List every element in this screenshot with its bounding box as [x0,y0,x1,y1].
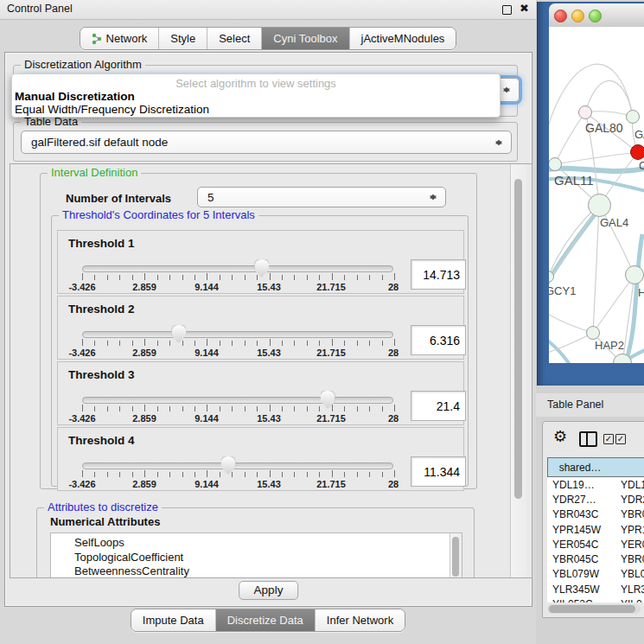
tab-select[interactable]: Select [207,28,261,49]
table-row[interactable]: YBL079WYBL0 [547,567,644,582]
tab-style[interactable]: Style [158,28,207,49]
table-row[interactable]: YBR043CYBR0 [547,507,644,522]
table-row[interactable]: YIL052CYIL0 [547,596,644,603]
cell[interactable]: YBR043C [547,508,613,520]
tab-label: jActiveMNodules [361,28,445,49]
tab-label: Discretize Data [227,609,303,631]
threshold-value-field[interactable]: 21.4 [411,391,466,421]
spinner-arrows-icon [429,191,437,204]
network-node-highlighted[interactable] [630,144,644,160]
cell[interactable]: YDR2 [613,494,644,506]
cell[interactable]: YBR0 [613,508,644,520]
tab-label: Network [106,28,148,49]
network-view-window: GAL80 GA GAL11 GAL4 GCY1 H HAP2 C [537,2,644,386]
node-label: C [639,159,644,172]
table-data-combobox[interactable]: galFiltered.sif default node [21,131,512,154]
network-node[interactable] [586,326,600,340]
zoom-traffic-light[interactable] [589,10,602,22]
slider-track[interactable] [82,331,393,338]
top-tab-bar: Network Style Select Cyni Toolbox jActiv… [0,27,536,50]
list-item[interactable]: TopologicalCoefficient [51,551,462,565]
cell[interactable]: YLR3 [613,583,644,596]
node-label: GAL4 [600,216,628,229]
threshold-slider[interactable]: -3.426 2.859 9.144 15.43 21.715 28 [82,331,393,338]
cell[interactable]: YPR145W [547,524,613,536]
cell[interactable]: YER054C [547,539,613,551]
scale-label: 21.715 [316,479,346,489]
network-node[interactable] [626,110,640,124]
tab-network[interactable]: Network [80,28,159,49]
network-node[interactable] [588,194,611,217]
table-row[interactable]: YDL19…YDL1 [547,477,644,492]
cell[interactable]: YDL19… [547,479,613,491]
threshold-label: Threshold 4 [68,434,135,447]
threshold-slider[interactable]: -3.426 2.859 9.144 15.43 21.715 28 [82,397,393,404]
table-row[interactable]: YPR145WYPR1 [547,522,644,537]
threshold-card: Threshold 1 -3.426 2.859 9.144 15.43 21.… [57,230,464,294]
cell[interactable]: YBL0 [613,568,644,580]
network-node[interactable] [625,265,644,284]
scale-label: 2.859 [132,348,156,358]
cell[interactable]: YBR045C [547,553,613,565]
checkbox-icon[interactable]: ✓ [615,434,626,444]
column-header-name[interactable]: n [612,457,644,477]
list-scrollbar[interactable] [450,533,462,578]
cell[interactable]: YER0 [613,539,644,551]
columns-icon[interactable] [579,431,597,447]
network-node[interactable] [578,105,592,119]
settings-scrollbar-thumb[interactable] [514,179,522,499]
slider-track[interactable] [82,462,393,469]
cell[interactable]: YDL1 [613,479,644,491]
number-of-intervals-spinner[interactable]: 5 [197,187,446,207]
threshold-value-field[interactable]: 6.316 [411,325,466,355]
scale-label: -3.426 [68,348,95,358]
table-row[interactable]: YLR345WYLR3 [547,582,644,596]
dropdown-option-manual-discretization[interactable]: Manual Discretization [15,90,497,103]
scale-label: 21.715 [316,282,346,292]
scale-label: 21.715 [316,348,346,358]
tab-jactivemnodules[interactable]: jActiveMNodules [349,28,456,49]
minimize-traffic-light[interactable] [571,10,584,22]
tab-discretize-data[interactable]: Discretize Data [215,609,315,631]
horizontal-scrollbar-thumb[interactable] [549,605,635,613]
dropdown-option-equal-width[interactable]: Equal Width/Frequency Discretization [15,103,497,116]
threshold-value-field[interactable]: 14.713 [411,259,466,290]
close-traffic-light[interactable] [554,10,567,22]
tab-impute-data[interactable]: Impute Data [131,609,215,631]
table-row[interactable]: YDR27…YDR2 [547,492,644,507]
float-window-icon[interactable] [502,5,512,15]
threshold-slider[interactable]: -3.426 2.859 9.144 15.43 21.715 28 [82,265,393,272]
list-item[interactable]: BetweennessCentrality [51,564,462,578]
cell[interactable]: YBR0 [613,553,644,565]
list-scrollbar-thumb[interactable] [452,537,459,577]
cell[interactable]: YIL052C [547,598,613,603]
column-header-shared-name[interactable]: shared… [547,457,613,477]
cell[interactable]: YIL0 [613,598,642,603]
combo-arrows-icon [494,136,503,149]
threshold-value-field[interactable]: 11.344 [411,456,466,487]
apply-button[interactable]: Apply [239,581,299,600]
slider-track[interactable] [82,265,393,272]
tab-infer-network[interactable]: Infer Network [315,609,405,631]
threshold-slider[interactable]: -3.426 2.859 9.144 15.43 21.715 28 [82,462,393,469]
settings-scroll-panel: Interval Definition Number of Intervals … [10,163,532,578]
horizontal-scrollbar[interactable] [547,604,641,614]
table-row[interactable]: YBR045CYBR0 [547,552,644,566]
slider-track[interactable] [82,397,393,404]
table-row[interactable]: YER054CYER0 [547,537,644,552]
checkbox-icon[interactable]: ✓ [603,434,614,444]
settings-scrollbar[interactable] [510,164,526,577]
cell[interactable]: YDR27… [547,494,613,506]
cell[interactable]: YBL079W [547,568,613,580]
tab-cyni-toolbox[interactable]: Cyni Toolbox [261,28,348,49]
scale-label: 15.43 [257,479,281,489]
numerical-attributes-list: SelfLoops TopologicalCoefficient Between… [50,532,462,578]
gear-icon[interactable]: ⚙ [553,427,567,446]
cell[interactable]: YPR1 [613,524,644,536]
list-item[interactable]: SelfLoops [51,533,462,551]
close-icon[interactable]: ✖ [520,2,529,15]
control-panel-window: Control Panel ✖ Network Style Select Cyn… [0,0,537,644]
scale-label: 28 [388,479,399,489]
scale-label: 28 [388,413,399,424]
cell[interactable]: YLR345W [547,583,613,596]
